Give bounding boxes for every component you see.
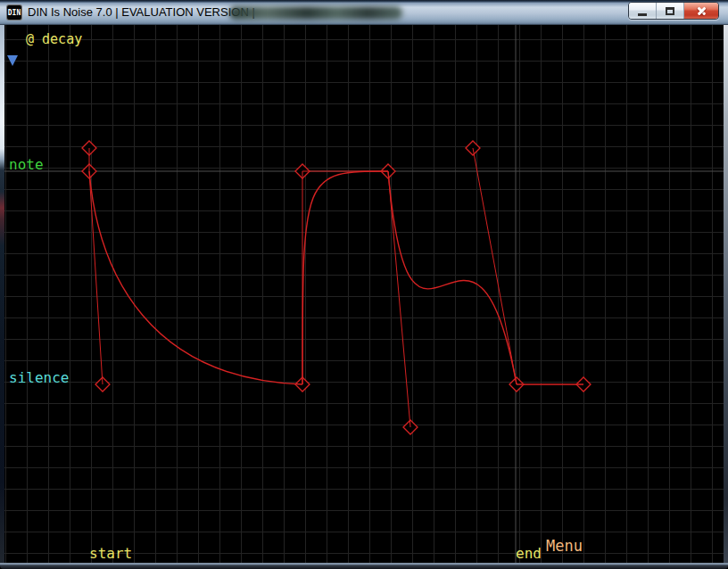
close-button[interactable]	[684, 3, 718, 19]
selected-parameter-label: @ decay	[26, 32, 82, 47]
envelope-editor-canvas[interactable]	[4, 25, 724, 563]
end-marker-label[interactable]: end	[516, 546, 542, 561]
menu-button[interactable]: Menu	[546, 539, 583, 554]
minimize-button[interactable]	[629, 3, 657, 19]
app-window: @ decay note silence start end Menu DIN …	[0, 0, 728, 569]
window-title: DIN Is Noise 7.0 | EVALUATION VERSION |	[28, 0, 255, 25]
titlebar[interactable]: DIN DIN Is Noise 7.0 | EVALUATION VERSIO…	[0, 0, 728, 25]
maximize-icon	[666, 7, 674, 15]
window-border-bottom	[0, 563, 728, 569]
silence-level-label: silence	[9, 370, 69, 385]
minimize-icon	[638, 13, 647, 16]
redacted-title-text	[229, 6, 402, 20]
start-marker-label[interactable]: start	[89, 546, 132, 561]
window-border-right	[724, 25, 728, 563]
close-icon	[696, 5, 707, 17]
maximize-button[interactable]	[657, 3, 684, 19]
note-level-label: note	[9, 157, 44, 172]
window-controls	[628, 2, 719, 20]
dropdown-arrow-icon[interactable]	[7, 55, 18, 66]
window-border-left	[0, 25, 4, 563]
app-icon[interactable]: DIN	[6, 4, 22, 21]
